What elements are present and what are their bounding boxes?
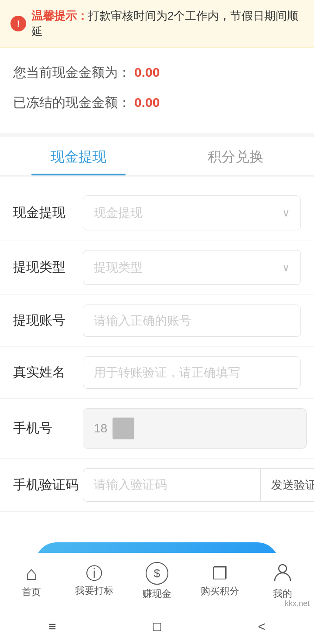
phone-input[interactable] [140,421,296,435]
real-name-field-label: 真实姓名 [13,363,83,381]
home-icon: ⌂ [26,564,38,583]
account-field-label: 提现账号 [13,312,83,329]
nav-label-earn: 赚现金 [143,587,171,600]
balance-section: 您当前现金金额为： 0.00 已冻结的现金金额： 0.00 [0,48,314,133]
real-name-input[interactable] [83,356,301,389]
phone-avatar-placeholder [113,418,134,439]
notice-text: 温馨提示：打款审核时间为2个工作内，节假日期间顺延 [31,8,304,40]
phone-input-box[interactable]: 18 [83,408,307,449]
notice-bar: ! 温馨提示：打款审核时间为2个工作内，节假日期间顺延 [0,0,314,48]
account-input-wrapper [83,305,301,337]
sms-row: 手机验证码 发送验证码 [0,459,314,512]
send-sms-button[interactable]: 发送验证码 [261,468,314,502]
nav-label-home: 首页 [22,586,41,599]
sms-input-wrapper: 发送验证码 [83,468,314,502]
nav-item-profile[interactable]: 我的 [251,562,314,600]
cash-withdraw-row: 现金提现 现金提现 ∨ [0,186,314,240]
tabs-container: 现金提现 积分兑换 [0,137,314,176]
tab-points-exchange[interactable]: 积分兑换 [157,137,314,175]
current-balance-amount: 0.00 [134,65,160,80]
nav-item-earn[interactable]: $ 赚现金 [126,562,188,600]
nav-label-points: 购买积分 [201,585,239,598]
withdraw-type-field-label: 提现类型 [13,258,83,276]
frozen-balance-label: 已冻结的现金金额： [13,94,131,112]
sms-input[interactable] [83,468,261,502]
cash-withdraw-select-wrapper[interactable]: 现金提现 ∨ [83,195,301,230]
current-balance-label: 您当前现金金额为： [13,64,131,82]
menu-button[interactable]: ≡ [48,619,56,634]
home-button[interactable]: □ [153,619,161,634]
real-name-input-wrapper [83,356,301,389]
phone-input-wrapper: 18 [83,408,307,449]
watermark: kkx.net [285,599,310,608]
notice-icon: ! [10,16,26,31]
sms-field-label: 手机验证码 [13,476,83,494]
phone-row: 手机号 18 [0,399,314,459]
cash-withdraw-field-label: 现金提现 [13,204,83,222]
info-icon: ⓘ [86,565,102,582]
chevron-down-icon: ∨ [282,207,290,219]
cash-withdraw-placeholder: 现金提现 [94,205,143,221]
user-icon [273,562,292,585]
withdraw-type-select[interactable]: 提现类型 ∨ [83,250,301,285]
bottom-nav: ⌂ 首页 ⓘ 我要打标 $ 赚现金 ❐ 购买积分 我的 [0,553,314,609]
withdraw-type-select-wrapper[interactable]: 提现类型 ∨ [83,250,301,285]
copy-icon: ❐ [212,565,228,582]
nav-item-tagging[interactable]: ⓘ 我要打标 [63,565,126,597]
back-button[interactable]: < [258,619,266,634]
nav-label-profile: 我的 [273,587,292,600]
system-nav: ≡ □ < [0,609,314,644]
account-input[interactable] [83,305,301,337]
notice-label: 温馨提示： [31,9,88,22]
cash-withdraw-select[interactable]: 现金提现 ∨ [83,195,301,230]
svg-point-0 [279,565,287,572]
frozen-balance-row: 已冻结的现金金额： 0.00 [13,94,301,112]
frozen-balance-amount: 0.00 [134,95,160,110]
nav-item-home[interactable]: ⌂ 首页 [0,564,63,599]
account-row: 提现账号 [0,295,314,347]
phone-field-label: 手机号 [13,419,83,437]
money-icon: $ [146,562,168,585]
sms-input-group: 发送验证码 [83,468,314,502]
phone-prefix: 18 [94,421,107,435]
chevron-down-icon-2: ∨ [282,261,290,274]
form-section: 现金提现 现金提现 ∨ 提现类型 提现类型 ∨ 提现账号 真实姓名 [0,177,314,521]
current-balance-row: 您当前现金金额为： 0.00 [13,64,301,82]
nav-label-tagging: 我要打标 [75,584,113,597]
real-name-row: 真实姓名 [0,347,314,399]
withdraw-type-row: 提现类型 提现类型 ∨ [0,240,314,295]
tab-cash-withdraw[interactable]: 现金提现 [0,137,157,175]
nav-item-points[interactable]: ❐ 购买积分 [188,565,251,598]
withdraw-type-placeholder: 提现类型 [94,259,143,276]
